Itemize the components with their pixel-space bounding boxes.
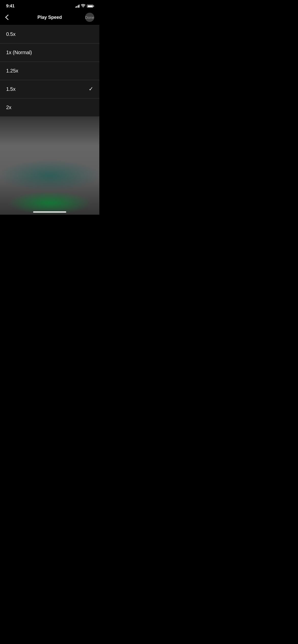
status-bar: 9:41 [0,0,99,11]
speed-option-1.25x[interactable]: 1.25x [0,62,99,80]
signal-bar-2 [76,6,77,8]
speed-label-0.5x: 0.5x [6,31,16,37]
speed-option-2x[interactable]: 2x [0,98,99,117]
signal-bars-icon [75,5,80,8]
signal-bar-3 [78,5,78,8]
signal-bar-1 [75,7,76,8]
speed-label-1.5x: 1.5x [6,86,16,92]
signal-bar-4 [79,5,79,8]
speed-option-1.5x[interactable]: 1.5x ✓ [0,80,99,98]
page-title: Play Speed [37,15,62,20]
speed-option-0.5x[interactable]: 0.5x [0,25,99,43]
speed-label-2x: 2x [6,105,11,110]
status-time: 9:41 [6,4,15,9]
done-button[interactable]: Done [85,13,94,22]
battery-icon [87,5,93,8]
background-gradient [0,117,99,215]
bg-green-glow [0,117,99,215]
home-indicator [33,211,66,213]
speed-label-1.25x: 1.25x [6,68,18,74]
speed-list: 0.5x 1x (Normal) 1.25x 1.5x ✓ 2x [0,25,99,117]
speed-option-1x[interactable]: 1x (Normal) [0,43,99,62]
wifi-icon [81,4,85,8]
speed-label-1x: 1x (Normal) [6,50,32,55]
page-wrapper: 9:41 Pl [0,0,99,215]
selected-checkmark-icon: ✓ [89,86,93,92]
nav-bar: Play Speed Done [0,11,99,25]
back-button[interactable] [5,14,16,20]
status-icons [75,4,93,8]
